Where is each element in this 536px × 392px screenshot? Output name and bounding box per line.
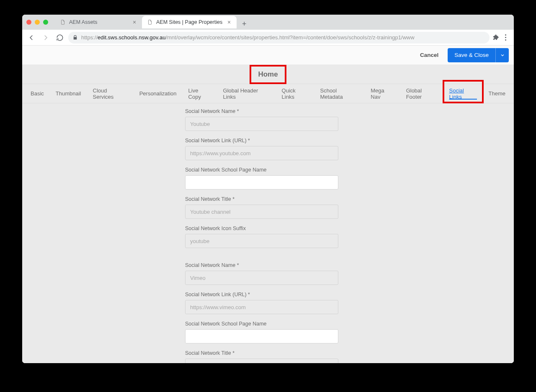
app-content: Cancel Save & Close Home BasicThumbnailC…: [22, 46, 514, 363]
field-label: Social Network Name *: [185, 262, 338, 268]
url-text: https://edit.sws.schools.nsw.gov.au/mnt/…: [81, 34, 415, 41]
browser-tab-title: AEM Sites | Page Properties: [156, 19, 222, 25]
browser-tab-title: AEM Assets: [69, 19, 128, 25]
reload-button[interactable]: [54, 32, 66, 44]
save-close-dropdown[interactable]: [495, 48, 509, 62]
field-label: Social Network Link (URL) *: [185, 138, 338, 143]
form-area: Social Network Name *Social Network Link…: [22, 103, 514, 363]
form-field: Social Network Title *: [185, 196, 338, 219]
tab-personalization[interactable]: Personalization: [134, 84, 183, 103]
back-button[interactable]: [26, 32, 37, 44]
browser-tab[interactable]: AEM Assets ×: [55, 16, 142, 28]
tab-global-footer[interactable]: Global Footer: [400, 84, 443, 103]
tab-cloud-services[interactable]: Cloud Services: [87, 84, 134, 103]
save-close-button-group: Save & Close: [448, 48, 509, 62]
form-field: Social Network Link (URL) *: [185, 292, 338, 314]
window-maximize-icon[interactable]: [43, 20, 48, 25]
form-field: Social Network School Page Name: [185, 167, 338, 190]
field-label: Social Network Title *: [185, 196, 338, 202]
tab-live-copy[interactable]: Live Copy: [183, 84, 217, 103]
tab-mega-nav[interactable]: Mega Nav: [365, 84, 400, 103]
tabs-nav: BasicThumbnailCloud ServicesPersonalizat…: [22, 84, 514, 103]
save-close-button[interactable]: Save & Close: [448, 48, 495, 62]
window-controls: [26, 20, 48, 25]
chrome-menu-button[interactable]: [502, 32, 509, 43]
text-input[interactable]: [185, 329, 338, 343]
field-label: Social Network Icon Suffix: [185, 225, 338, 231]
tab-theme[interactable]: Theme: [483, 84, 511, 103]
browser-toolbar: https://edit.sws.schools.nsw.gov.au/mnt/…: [22, 30, 514, 46]
extension-icon[interactable]: [492, 34, 500, 41]
field-label: Social Network Link (URL) *: [185, 292, 338, 297]
app-header: Cancel Save & Close: [22, 46, 514, 65]
field-label: Social Network School Page Name: [185, 167, 338, 173]
tab-thumbnail[interactable]: Thumbnail: [50, 84, 87, 103]
forward-button[interactable]: [40, 32, 52, 44]
tab-basic[interactable]: Basic: [25, 84, 50, 103]
page-icon: [60, 19, 66, 25]
text-input[interactable]: [185, 205, 338, 219]
close-tab-icon[interactable]: ×: [131, 19, 138, 26]
text-input[interactable]: [185, 234, 338, 248]
tab-social-links[interactable]: Social Links: [443, 84, 483, 103]
new-tab-button[interactable]: +: [238, 18, 250, 30]
lock-icon: [72, 35, 78, 40]
text-input[interactable]: [185, 175, 338, 190]
text-input[interactable]: [185, 300, 338, 314]
page-title: Home: [258, 70, 278, 78]
close-tab-icon[interactable]: ×: [226, 19, 232, 26]
cancel-button[interactable]: Cancel: [417, 49, 441, 61]
tab-global-header-links[interactable]: Global Header Links: [217, 84, 276, 103]
form-field: Social Network Link (URL) *: [185, 138, 338, 160]
text-input[interactable]: [185, 359, 338, 363]
field-label: Social Network School Page Name: [185, 321, 338, 327]
form-field: Social Network Name *: [185, 108, 338, 131]
annotation-highlight-title: Home: [250, 65, 286, 84]
browser-tab-strip: AEM Assets × AEM Sites | Page Properties…: [22, 15, 514, 30]
text-input[interactable]: [185, 271, 338, 285]
form-field: Social Network Name *: [185, 262, 338, 285]
field-label: Social Network Name *: [185, 108, 338, 114]
window-minimize-icon[interactable]: [35, 20, 40, 25]
browser-tab[interactable]: AEM Sites | Page Properties ×: [142, 16, 237, 28]
window-close-icon[interactable]: [26, 20, 31, 25]
form-field: Social Network Icon Suffix: [185, 225, 338, 248]
title-bar: Home: [22, 65, 514, 84]
field-label: Social Network Title *: [185, 350, 338, 356]
page-icon: [147, 19, 153, 25]
address-bar[interactable]: https://edit.sws.schools.nsw.gov.au/mnt/…: [68, 32, 490, 44]
tab-school-metadata[interactable]: School Metadata: [314, 84, 365, 103]
text-input[interactable]: [185, 117, 338, 131]
text-input[interactable]: [185, 146, 338, 160]
browser-window: AEM Assets × AEM Sites | Page Properties…: [22, 15, 514, 363]
form-field: Social Network Title *: [185, 350, 338, 363]
form-field: Social Network School Page Name: [185, 321, 338, 343]
tab-quick-links[interactable]: Quick Links: [276, 84, 314, 103]
